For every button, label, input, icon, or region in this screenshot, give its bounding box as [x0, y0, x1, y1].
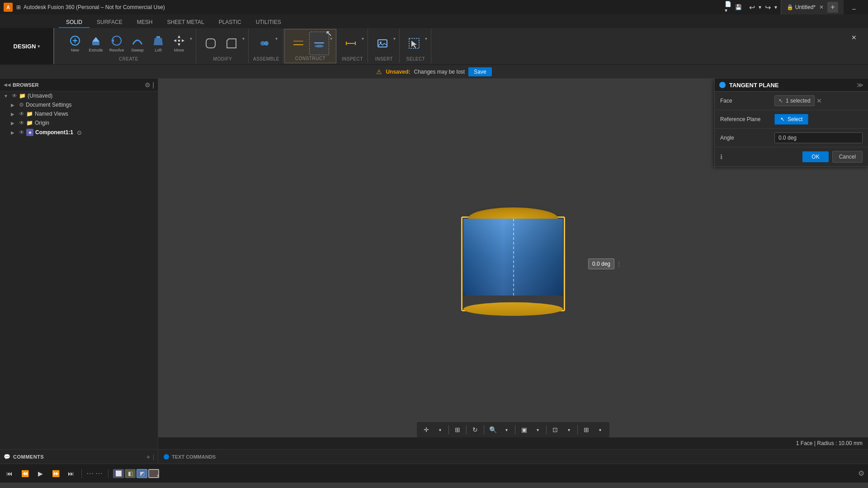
- zoom-icon[interactable]: 🔍: [487, 424, 499, 436]
- axis-line: [513, 219, 514, 296]
- create-move-copy[interactable]: Move: [169, 32, 189, 55]
- eye-icon[interactable]: 👁: [12, 93, 17, 99]
- modify-fillet[interactable]: [201, 32, 221, 55]
- tab-close-icon[interactable]: ✕: [819, 4, 824, 10]
- construct-more-button[interactable]: ▾: [330, 36, 332, 50]
- grid-display-icon[interactable]: ⊞: [452, 424, 463, 436]
- inspect-more-button[interactable]: ▾: [362, 36, 364, 50]
- select-more-button[interactable]: ▾: [425, 36, 427, 50]
- frame-type-4[interactable]: ▾: [148, 469, 159, 478]
- face-clear-button[interactable]: ✕: [816, 97, 822, 104]
- browser-settings-icon[interactable]: ⚙: [145, 81, 151, 89]
- modify-more-button[interactable]: ▾: [242, 36, 245, 50]
- eye-icon[interactable]: 👁: [19, 111, 24, 117]
- eye-icon[interactable]: 👁: [19, 120, 24, 126]
- insert-image[interactable]: [373, 32, 392, 55]
- display-mode-icon[interactable]: ⊡: [549, 424, 561, 436]
- tab-sheet-metal[interactable]: SHEET METAL: [160, 17, 211, 28]
- info-icon[interactable]: ℹ: [720, 153, 722, 160]
- angle-indicator: 0.0 deg ⋮: [588, 258, 622, 269]
- display-mode-dropdown[interactable]: ▾: [563, 424, 575, 436]
- snap-icon[interactable]: ✛: [420, 424, 432, 436]
- browser-item-component[interactable]: ▶ 👁 ◈ Component1:1 ⊙: [0, 127, 158, 137]
- panel-pin-icon[interactable]: ≫: [857, 81, 863, 89]
- item-label: Origin: [35, 120, 49, 126]
- 3d-object: 0.0 deg ⋮: [459, 219, 567, 309]
- construct-label: CONSTRUCT: [295, 55, 326, 61]
- eye-icon[interactable]: 👁: [19, 129, 24, 136]
- tab-mesh[interactable]: MESH: [130, 17, 160, 28]
- face-selected-button[interactable]: ↖ 1 selected: [774, 95, 815, 106]
- view-options-icon[interactable]: ⊞: [580, 424, 592, 436]
- timeline-play-icon[interactable]: ▶: [34, 468, 46, 479]
- svg-marker-7: [178, 43, 180, 46]
- timeline-settings-icon[interactable]: ⚙: [858, 469, 864, 478]
- view-options-dropdown[interactable]: ▾: [594, 424, 606, 436]
- insert-more-button[interactable]: ▾: [393, 36, 396, 50]
- grid-menu-icon[interactable]: ⊞: [16, 4, 21, 10]
- tab-plastic[interactable]: PLASTIC: [212, 17, 249, 28]
- modify-chamfer[interactable]: [222, 32, 241, 55]
- timeline-next-icon[interactable]: ⏩: [50, 468, 61, 479]
- timeline-end-icon[interactable]: ⏭: [65, 468, 77, 479]
- angle-input[interactable]: [774, 132, 863, 143]
- zoom-dropdown[interactable]: ▾: [500, 424, 512, 436]
- save-button[interactable]: Save: [468, 67, 491, 76]
- ribbon-group-construct: ↖ ▾ CONSTRUCT: [284, 29, 336, 63]
- create-loft[interactable]: Loft: [148, 32, 168, 55]
- assemble-joint[interactable]: [255, 32, 274, 55]
- reference-plane-select-button[interactable]: ↖ Select: [774, 114, 808, 125]
- redo-dropdown[interactable]: ▾: [774, 4, 777, 10]
- create-more-button[interactable]: ▾: [190, 36, 192, 50]
- frame-type-1[interactable]: ⬜: [113, 469, 124, 478]
- save-icon[interactable]: 💾: [735, 4, 742, 10]
- tangent-plane-icon: [313, 37, 326, 50]
- create-new-component[interactable]: New: [65, 32, 85, 55]
- cancel-button[interactable]: Cancel: [832, 151, 863, 163]
- browser-item-origin[interactable]: ▶ 👁 📁 Origin: [0, 118, 158, 127]
- orbit-icon[interactable]: ↻: [469, 424, 481, 436]
- add-comment-icon[interactable]: +: [146, 453, 150, 460]
- file-icon[interactable]: 📄: [725, 1, 731, 7]
- create-sweep[interactable]: Sweep: [127, 32, 147, 55]
- minimize-button[interactable]: –: [844, 1, 864, 16]
- snap-dropdown[interactable]: ▾: [434, 424, 446, 436]
- new-tab-button[interactable]: +: [827, 2, 838, 13]
- construct-tangent-plane[interactable]: ↖: [309, 32, 329, 55]
- browser-pin-icon[interactable]: |: [152, 81, 154, 89]
- create-revolve[interactable]: Revolve: [107, 32, 127, 55]
- file-dropdown[interactable]: ▾: [725, 7, 731, 14]
- construct-offset-plane[interactable]: [288, 32, 308, 55]
- select-tools: ▾: [404, 31, 427, 56]
- timeline-prev-icon[interactable]: ⏪: [19, 468, 31, 479]
- tab-surface[interactable]: SURFACE: [90, 17, 130, 28]
- angle-options-icon[interactable]: ⋮: [616, 261, 622, 267]
- assemble-more-button[interactable]: ▾: [275, 36, 278, 50]
- title-bar: A ⊞ Autodesk Fusion 360 (Personal – Not …: [0, 0, 868, 14]
- select-tool[interactable]: [404, 32, 424, 55]
- browser-item-doc-settings[interactable]: ▶ ⚙ Document Settings: [0, 100, 158, 109]
- undo-icon[interactable]: ↩: [749, 3, 755, 12]
- browser-item-named-views[interactable]: ▶ 👁 📁 Named Views: [0, 109, 158, 118]
- selection-filter-dropdown[interactable]: ▾: [532, 424, 543, 436]
- frame-type-2[interactable]: ◧: [125, 469, 136, 478]
- viewport[interactable]: 0.0 deg ⋮ Z FRONT TANGENT PLANE ≫: [158, 79, 868, 449]
- timeline-start-icon[interactable]: ⏮: [4, 468, 15, 479]
- create-extrude[interactable]: Extrude: [86, 32, 106, 55]
- text-commands-icon: [164, 454, 169, 460]
- tab-solid[interactable]: SOLID: [59, 17, 90, 28]
- browser-item-unsaved[interactable]: ▼ 👁 📁 (Unsaved): [0, 91, 158, 100]
- tab-utilities[interactable]: UTILITIES: [249, 17, 288, 28]
- browser-collapse-icon[interactable]: ◀◀: [4, 82, 11, 87]
- app-title: Autodesk Fusion 360 (Personal – Not for …: [24, 4, 721, 10]
- design-mode-button[interactable]: DESIGN ▾: [0, 28, 54, 64]
- angle-value-display[interactable]: 0.0 deg: [588, 258, 614, 269]
- loft-icon: [152, 34, 165, 47]
- undo-dropdown[interactable]: ▾: [759, 4, 761, 10]
- frame-type-3[interactable]: ◩: [137, 469, 147, 478]
- redo-icon[interactable]: ↪: [765, 3, 771, 12]
- ok-button[interactable]: OK: [802, 151, 828, 162]
- inspect-measure[interactable]: [341, 32, 361, 55]
- selection-filter-icon[interactable]: ▣: [518, 424, 530, 436]
- document-tab[interactable]: 🔒 Untitled* ✕ +: [781, 0, 844, 14]
